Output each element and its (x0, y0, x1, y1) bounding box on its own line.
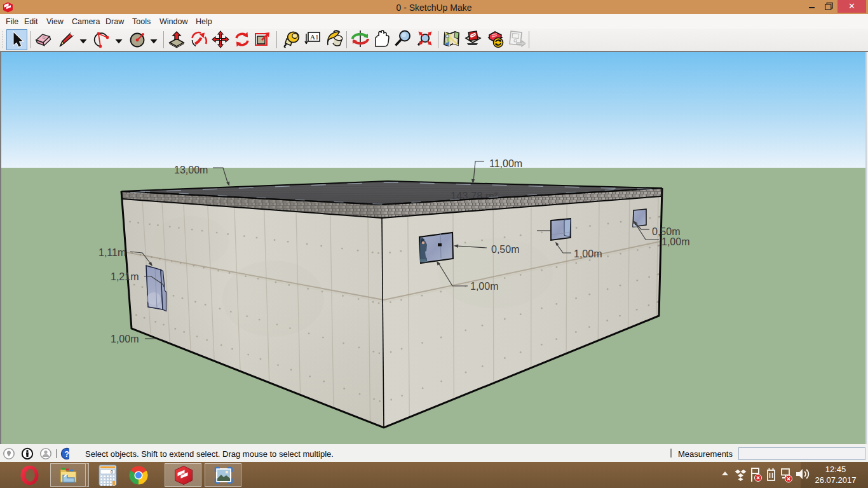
svg-text:0,50m: 0,50m (652, 226, 680, 237)
svg-text:1,00m: 1,00m (574, 248, 602, 259)
svg-text:?: ? (64, 450, 69, 459)
svg-text:1,00m: 1,00m (661, 236, 689, 247)
svg-text:13,00m: 13,00m (174, 165, 208, 175)
svg-text:1,00m: 1,00m (111, 334, 139, 344)
svg-text:A1: A1 (310, 33, 318, 41)
svg-text:0,50m: 0,50m (491, 244, 519, 255)
svg-text:11,00m: 11,00m (489, 158, 522, 169)
svg-text:1,11m: 1,11m (98, 247, 126, 258)
svg-text:1,00m: 1,00m (470, 281, 498, 292)
svg-text:0: 0 (111, 470, 113, 474)
svg-text:1,21m: 1,21m (111, 271, 139, 282)
